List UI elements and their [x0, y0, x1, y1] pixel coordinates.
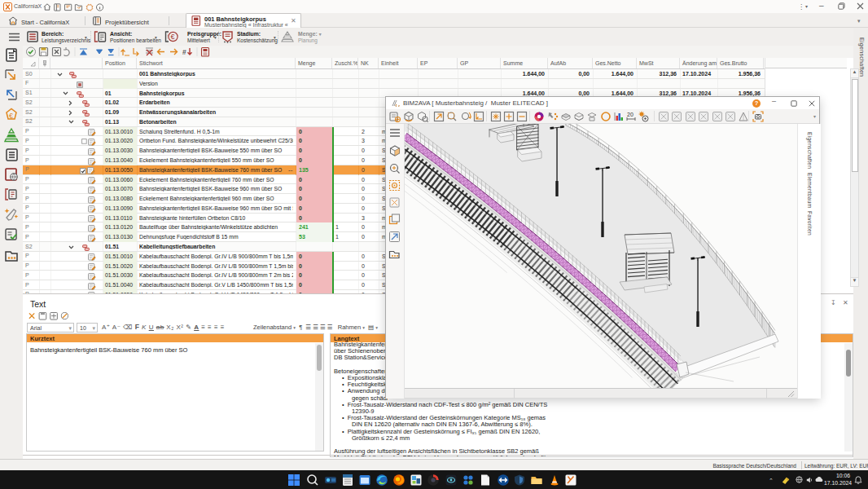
- svg-text:€: €: [171, 33, 175, 41]
- svg-text:€: €: [9, 112, 13, 120]
- svg-text:20: 20: [627, 112, 633, 117]
- svg-text:#: #: [182, 48, 186, 56]
